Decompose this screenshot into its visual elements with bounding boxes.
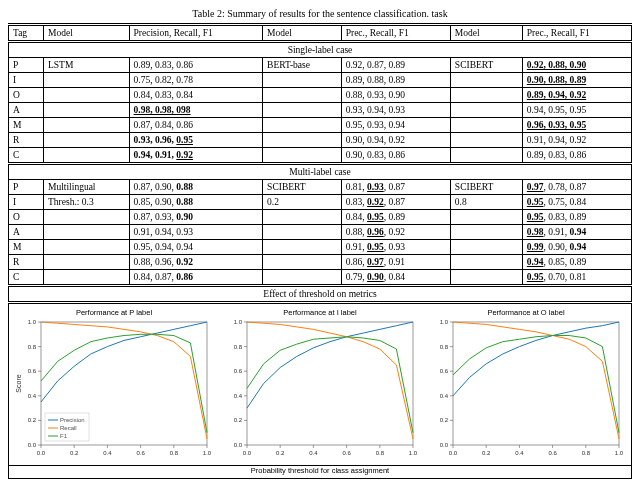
svg-text:F1: F1 <box>60 433 68 439</box>
cell-tag: P <box>9 180 44 195</box>
cell-prf: 0.87, 0.90, 0.88 <box>129 180 263 195</box>
table-row: PMultilingual0.87, 0.90, 0.88SCIBERT0.81… <box>9 180 632 195</box>
cell-prf: 0.94, 0.95, 0.95 <box>522 103 631 118</box>
table-row: PLSTM0.89, 0.83, 0.86BERT-base0.92, 0.87… <box>9 58 632 73</box>
cell-prf: 0.97, 0.78, 0.87 <box>522 180 631 195</box>
svg-text:0.0: 0.0 <box>440 442 449 448</box>
cell-prf: 0.98, 0.98, 098 <box>129 103 263 118</box>
svg-text:1.0: 1.0 <box>28 319 37 325</box>
cell-prf: 0.92, 0.87, 0.89 <box>341 58 450 73</box>
table-row: IThresh.: 0.30.85, 0.90, 0.880.20.83, 0.… <box>9 195 632 210</box>
svg-text:0.6: 0.6 <box>548 450 557 456</box>
col-model-0: Model <box>44 25 130 42</box>
col-prf-0: Precision, Recall, F1 <box>129 25 263 42</box>
cell-prf: 0.87, 0.84, 0.86 <box>129 118 263 133</box>
cell-prf: 0.81, 0.93, 0.87 <box>341 180 450 195</box>
chart-I-title: Performance at I label <box>219 308 421 317</box>
cell-prf: 0.99, 0.90, 0.94 <box>522 240 631 255</box>
col-model-1: Model <box>263 25 342 42</box>
cell-model <box>263 73 342 88</box>
svg-text:0.0: 0.0 <box>243 450 252 456</box>
cell-prf: 0.89, 0.83, 0.86 <box>129 58 263 73</box>
cell-prf: 0.95, 0.75, 0.84 <box>522 195 631 210</box>
svg-text:0.2: 0.2 <box>276 450 285 456</box>
table-row: I0.75, 0.82, 0.780.89, 0.88, 0.890.90, 0… <box>9 73 632 88</box>
cell-model: SCIBERT <box>263 180 342 195</box>
cell-model <box>44 133 130 148</box>
svg-text:0.4: 0.4 <box>440 393 449 399</box>
chart-P-title: Performance at P label <box>13 308 215 317</box>
cell-prf: 0.93, 0.94, 0.93 <box>341 103 450 118</box>
chart-I: Performance at I label 0.00.20.40.60.81.… <box>219 308 421 463</box>
cell-prf: 0.92, 0.88, 0.90 <box>522 58 631 73</box>
table-row: M0.87, 0.84, 0.860.95, 0.93, 0.940.96, 0… <box>9 118 632 133</box>
svg-text:1.0: 1.0 <box>203 450 212 456</box>
cell-prf: 0.95, 0.83, 0.89 <box>522 210 631 225</box>
cell-prf: 0.84, 0.83, 0.84 <box>129 88 263 103</box>
cell-prf: 0.79, 0.90, 0.84 <box>341 270 450 286</box>
cell-model <box>263 240 342 255</box>
chart-P: Performance at P label 0.00.20.40.60.81.… <box>13 308 215 463</box>
table-row: R0.88, 0.96, 0.920.86, 0.97, 0.910.94, 0… <box>9 255 632 270</box>
cell-prf: 0.95, 0.94, 0.94 <box>129 240 263 255</box>
svg-text:0.8: 0.8 <box>440 344 449 350</box>
cell-tag: C <box>9 270 44 286</box>
svg-text:0.2: 0.2 <box>28 417 37 423</box>
svg-text:0.4: 0.4 <box>103 450 112 456</box>
cell-prf: 0.89, 0.83, 0.86 <box>522 148 631 164</box>
cell-tag: O <box>9 210 44 225</box>
cell-model <box>450 270 522 286</box>
charts-xlabel: Probability threshold for class assignme… <box>8 466 632 479</box>
svg-text:Recall: Recall <box>60 425 77 431</box>
section-multi: Multi-label case <box>9 164 632 180</box>
col-prf-2: Prec., Recall, F1 <box>522 25 631 42</box>
cell-model <box>450 118 522 133</box>
svg-text:0.4: 0.4 <box>309 450 318 456</box>
cell-prf: 0.91, 0.95, 0.93 <box>341 240 450 255</box>
cell-prf: 0.88, 0.93, 0.90 <box>341 88 450 103</box>
svg-text:0.6: 0.6 <box>342 450 351 456</box>
cell-model <box>450 210 522 225</box>
cell-model: LSTM <box>44 58 130 73</box>
col-model-2: Model <box>450 25 522 42</box>
cell-model: Thresh.: 0.3 <box>44 195 130 210</box>
svg-text:0.4: 0.4 <box>28 393 37 399</box>
cell-model <box>44 88 130 103</box>
cell-model <box>44 118 130 133</box>
cell-tag: I <box>9 195 44 210</box>
cell-prf: 0.96, 0.93, 0.95 <box>522 118 631 133</box>
results-table: Tag Model Precision, Recall, F1 Model Pr… <box>8 23 632 304</box>
table-row: C0.84, 0.87, 0.860.79, 0.90, 0.840.95, 0… <box>9 270 632 286</box>
cell-model <box>44 148 130 164</box>
section-multi-label: Multi-label case <box>9 164 632 180</box>
cell-model <box>44 73 130 88</box>
svg-text:0.0: 0.0 <box>234 442 243 448</box>
cell-tag: C <box>9 148 44 164</box>
cell-prf: 0.94, 0.85, 0.89 <box>522 255 631 270</box>
section-single: Single-label case <box>9 42 632 58</box>
cell-prf: 0.95, 0.70, 0.81 <box>522 270 631 286</box>
cell-model <box>263 118 342 133</box>
cell-prf: 0.89, 0.94, 0.92 <box>522 88 631 103</box>
cell-tag: R <box>9 255 44 270</box>
svg-text:Precision: Precision <box>60 417 85 423</box>
table-row: O0.84, 0.83, 0.840.88, 0.93, 0.900.89, 0… <box>9 88 632 103</box>
col-tag: Tag <box>9 25 44 42</box>
cell-model <box>450 255 522 270</box>
chart-O: Performance at O label 0.00.20.40.60.81.… <box>425 308 627 463</box>
cell-prf: 0.90, 0.83, 0.86 <box>341 148 450 164</box>
cell-prf: 0.89, 0.88, 0.89 <box>341 73 450 88</box>
svg-text:0.4: 0.4 <box>234 393 243 399</box>
svg-text:0.2: 0.2 <box>234 417 243 423</box>
cell-model: SCIBERT <box>450 58 522 73</box>
svg-text:1.0: 1.0 <box>409 450 418 456</box>
cell-prf: 0.93, 0.96, 0.95 <box>129 133 263 148</box>
cell-prf: 0.86, 0.97, 0.91 <box>341 255 450 270</box>
cell-prf: 0.87, 0.93, 0.90 <box>129 210 263 225</box>
svg-text:1.0: 1.0 <box>234 319 243 325</box>
cell-model <box>450 225 522 240</box>
cell-model <box>450 240 522 255</box>
cell-model <box>263 103 342 118</box>
cell-prf: 0.95, 0.93, 0.94 <box>341 118 450 133</box>
svg-text:0.8: 0.8 <box>234 344 243 350</box>
